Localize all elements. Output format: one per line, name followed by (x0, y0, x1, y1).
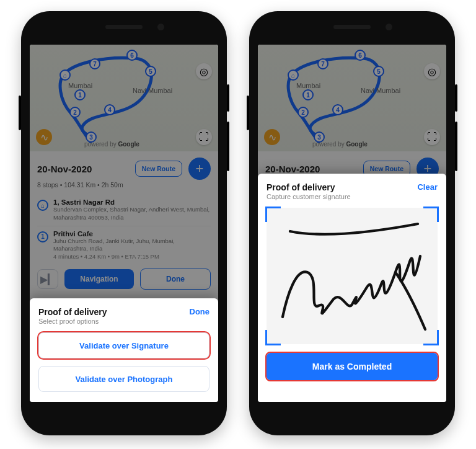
phone-mockup-right: Mumbai Navi Mumbai ⌂ 7 6 5 1 2 3 4 ◎ ∿ ⛶… (249, 11, 455, 435)
sheet-subtitle: Capture customer signature (267, 193, 351, 200)
proof-options-sheet: Proof of delivery Select proof options D… (30, 298, 218, 402)
validate-signature-button[interactable]: Validate over Signature (38, 332, 209, 358)
signature-sheet: Proof of delivery Capture customer signa… (258, 174, 446, 402)
screen-left: Mumbai Navi Mumbai ⌂ 7 6 5 1 2 3 4 ◎ ∿ ⛶… (30, 45, 218, 402)
sheet-title: Proof of delivery (267, 182, 351, 192)
phone-mockup-left: Mumbai Navi Mumbai ⌂ 7 6 5 1 2 3 4 ◎ ∿ ⛶… (21, 11, 227, 435)
signature-stroke (271, 213, 433, 337)
sheet-done-link[interactable]: Done (190, 307, 210, 316)
sheet-subtitle: Select proof options (38, 318, 107, 325)
clear-signature-link[interactable]: Clear (417, 182, 438, 192)
screen-right: Mumbai Navi Mumbai ⌂ 7 6 5 1 2 3 4 ◎ ∿ ⛶… (258, 45, 446, 402)
signature-pad[interactable] (267, 208, 438, 344)
mark-completed-button[interactable]: Mark as Completed (267, 353, 438, 380)
validate-photograph-button[interactable]: Validate over Photograph (38, 366, 209, 392)
sheet-title: Proof of delivery (38, 307, 107, 317)
